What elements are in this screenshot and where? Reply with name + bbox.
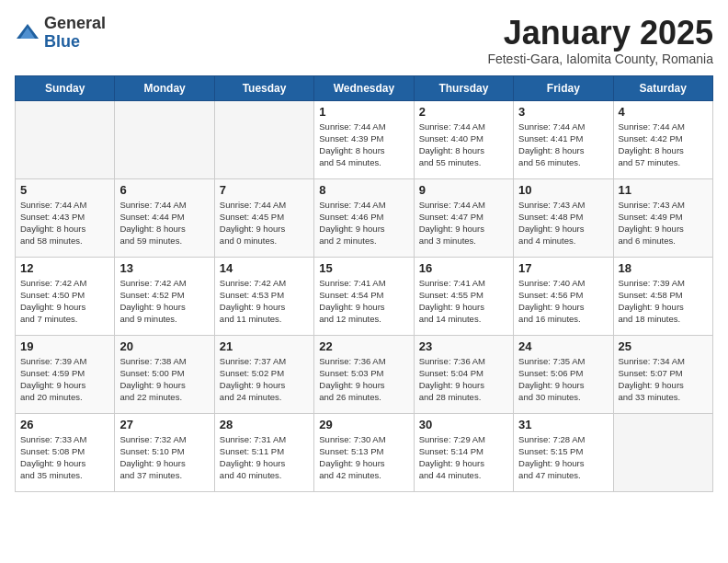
- calendar-cell: 12Sunrise: 7:42 AM Sunset: 4:50 PM Dayli…: [16, 257, 115, 335]
- calendar-cell: 25Sunrise: 7:34 AM Sunset: 5:07 PM Dayli…: [613, 335, 712, 413]
- day-info: Sunrise: 7:43 AM Sunset: 4:49 PM Dayligh…: [619, 199, 708, 247]
- day-info: Sunrise: 7:30 AM Sunset: 5:13 PM Dayligh…: [319, 433, 408, 482]
- day-number: 25: [619, 339, 708, 353]
- day-number: 8: [319, 183, 408, 197]
- day-number: 31: [518, 418, 608, 431]
- weekday-header-saturday: Saturday: [613, 75, 712, 100]
- week-row-2: 5Sunrise: 7:44 AM Sunset: 4:43 PM Daylig…: [16, 178, 713, 257]
- calendar-cell: 5Sunrise: 7:44 AM Sunset: 4:43 PM Daylig…: [16, 178, 115, 257]
- day-info: Sunrise: 7:32 AM Sunset: 5:10 PM Dayligh…: [119, 433, 209, 482]
- day-number: 16: [419, 261, 508, 275]
- calendar-cell: 18Sunrise: 7:39 AM Sunset: 4:58 PM Dayli…: [613, 257, 712, 335]
- calendar-cell: 23Sunrise: 7:36 AM Sunset: 5:04 PM Dayli…: [414, 335, 513, 413]
- day-info: Sunrise: 7:29 AM Sunset: 5:14 PM Dayligh…: [419, 433, 508, 482]
- day-info: Sunrise: 7:44 AM Sunset: 4:47 PM Dayligh…: [419, 199, 508, 247]
- day-number: 20: [119, 339, 209, 353]
- calendar-cell: 14Sunrise: 7:42 AM Sunset: 4:53 PM Dayli…: [214, 257, 313, 335]
- weekday-header-friday: Friday: [514, 75, 613, 100]
- day-info: Sunrise: 7:28 AM Sunset: 5:15 PM Dayligh…: [518, 433, 608, 482]
- title-block: January 2025 Fetesti-Gara, Ialomita Coun…: [487, 15, 713, 66]
- calendar-cell: 29Sunrise: 7:30 AM Sunset: 5:13 PM Dayli…: [314, 413, 414, 491]
- calendar-cell: [214, 100, 313, 178]
- day-number: 12: [20, 261, 109, 275]
- calendar-cell: 8Sunrise: 7:44 AM Sunset: 4:46 PM Daylig…: [314, 178, 414, 257]
- page-header: General Blue January 2025 Fetesti-Gara, …: [15, 15, 713, 66]
- day-number: 17: [518, 261, 608, 275]
- logo-icon: [15, 20, 40, 46]
- calendar-cell: 15Sunrise: 7:41 AM Sunset: 4:54 PM Dayli…: [314, 257, 414, 335]
- day-info: Sunrise: 7:39 AM Sunset: 4:58 PM Dayligh…: [619, 277, 708, 326]
- day-info: Sunrise: 7:33 AM Sunset: 5:08 PM Dayligh…: [20, 433, 109, 482]
- day-number: 1: [319, 105, 408, 119]
- day-number: 10: [518, 183, 608, 197]
- day-info: Sunrise: 7:36 AM Sunset: 5:03 PM Dayligh…: [319, 355, 408, 404]
- day-number: 9: [419, 183, 508, 197]
- day-info: Sunrise: 7:44 AM Sunset: 4:41 PM Dayligh…: [518, 121, 608, 169]
- day-number: 29: [319, 418, 408, 431]
- day-number: 11: [619, 183, 708, 197]
- day-info: Sunrise: 7:44 AM Sunset: 4:45 PM Dayligh…: [220, 199, 309, 247]
- calendar-cell: 6Sunrise: 7:44 AM Sunset: 4:44 PM Daylig…: [115, 178, 214, 257]
- week-row-3: 12Sunrise: 7:42 AM Sunset: 4:50 PM Dayli…: [16, 257, 713, 335]
- day-number: 27: [119, 418, 209, 431]
- day-number: 5: [20, 183, 109, 197]
- calendar-cell: 26Sunrise: 7:33 AM Sunset: 5:08 PM Dayli…: [16, 413, 115, 491]
- day-number: 2: [419, 105, 508, 119]
- calendar-cell: 10Sunrise: 7:43 AM Sunset: 4:48 PM Dayli…: [514, 178, 613, 257]
- day-info: Sunrise: 7:42 AM Sunset: 4:50 PM Dayligh…: [20, 277, 109, 326]
- day-info: Sunrise: 7:41 AM Sunset: 4:55 PM Dayligh…: [419, 277, 508, 326]
- weekday-header-tuesday: Tuesday: [214, 75, 313, 100]
- calendar-cell: 9Sunrise: 7:44 AM Sunset: 4:47 PM Daylig…: [414, 178, 513, 257]
- day-number: 21: [220, 339, 309, 353]
- day-info: Sunrise: 7:44 AM Sunset: 4:43 PM Dayligh…: [20, 199, 109, 247]
- day-info: Sunrise: 7:34 AM Sunset: 5:07 PM Dayligh…: [619, 355, 708, 404]
- calendar-cell: 19Sunrise: 7:39 AM Sunset: 4:59 PM Dayli…: [16, 335, 115, 413]
- calendar-cell: 3Sunrise: 7:44 AM Sunset: 4:41 PM Daylig…: [514, 100, 613, 178]
- day-number: 22: [319, 339, 408, 353]
- day-number: 28: [220, 418, 309, 431]
- day-info: Sunrise: 7:37 AM Sunset: 5:02 PM Dayligh…: [220, 355, 309, 404]
- day-number: 15: [319, 261, 408, 275]
- day-info: Sunrise: 7:31 AM Sunset: 5:11 PM Dayligh…: [220, 433, 309, 482]
- day-number: 3: [518, 105, 608, 119]
- day-info: Sunrise: 7:43 AM Sunset: 4:48 PM Dayligh…: [518, 199, 608, 247]
- day-info: Sunrise: 7:36 AM Sunset: 5:04 PM Dayligh…: [419, 355, 508, 404]
- calendar-cell: 22Sunrise: 7:36 AM Sunset: 5:03 PM Dayli…: [314, 335, 414, 413]
- day-info: Sunrise: 7:38 AM Sunset: 5:00 PM Dayligh…: [119, 355, 209, 404]
- day-info: Sunrise: 7:41 AM Sunset: 4:54 PM Dayligh…: [319, 277, 408, 326]
- calendar-cell: 21Sunrise: 7:37 AM Sunset: 5:02 PM Dayli…: [214, 335, 313, 413]
- day-info: Sunrise: 7:44 AM Sunset: 4:42 PM Dayligh…: [619, 121, 708, 169]
- logo-blue: Blue: [44, 32, 80, 51]
- calendar-cell: 27Sunrise: 7:32 AM Sunset: 5:10 PM Dayli…: [115, 413, 214, 491]
- calendar-subtitle: Fetesti-Gara, Ialomita County, Romania: [487, 52, 713, 66]
- calendar-cell: 1Sunrise: 7:44 AM Sunset: 4:39 PM Daylig…: [314, 100, 414, 178]
- weekday-header-wednesday: Wednesday: [314, 75, 414, 100]
- calendar-cell: [16, 100, 115, 178]
- calendar-cell: 17Sunrise: 7:40 AM Sunset: 4:56 PM Dayli…: [514, 257, 613, 335]
- logo-general: General: [44, 14, 106, 32]
- day-number: 24: [518, 339, 608, 353]
- week-row-5: 26Sunrise: 7:33 AM Sunset: 5:08 PM Dayli…: [16, 413, 713, 491]
- calendar-title: January 2025: [487, 15, 713, 52]
- calendar-cell: 16Sunrise: 7:41 AM Sunset: 4:55 PM Dayli…: [414, 257, 513, 335]
- calendar-cell: 31Sunrise: 7:28 AM Sunset: 5:15 PM Dayli…: [514, 413, 613, 491]
- day-info: Sunrise: 7:44 AM Sunset: 4:39 PM Dayligh…: [319, 121, 408, 169]
- weekday-header-sunday: Sunday: [16, 75, 115, 100]
- week-row-1: 1Sunrise: 7:44 AM Sunset: 4:39 PM Daylig…: [16, 100, 713, 178]
- logo: General Blue: [15, 15, 106, 52]
- weekday-header-thursday: Thursday: [414, 75, 513, 100]
- calendar-cell: 7Sunrise: 7:44 AM Sunset: 4:45 PM Daylig…: [214, 178, 313, 257]
- day-number: 13: [119, 261, 209, 275]
- day-info: Sunrise: 7:44 AM Sunset: 4:46 PM Dayligh…: [319, 199, 408, 247]
- day-number: 26: [20, 418, 109, 431]
- day-number: 18: [619, 261, 708, 275]
- day-number: 7: [220, 183, 309, 197]
- weekday-header-row: SundayMondayTuesdayWednesdayThursdayFrid…: [16, 75, 713, 100]
- day-number: 6: [119, 183, 209, 197]
- calendar-cell: 11Sunrise: 7:43 AM Sunset: 4:49 PM Dayli…: [613, 178, 712, 257]
- calendar-cell: [115, 100, 214, 178]
- calendar-cell: 4Sunrise: 7:44 AM Sunset: 4:42 PM Daylig…: [613, 100, 712, 178]
- calendar-cell: 13Sunrise: 7:42 AM Sunset: 4:52 PM Dayli…: [115, 257, 214, 335]
- calendar-table: SundayMondayTuesdayWednesdayThursdayFrid…: [15, 75, 713, 492]
- day-info: Sunrise: 7:42 AM Sunset: 4:52 PM Dayligh…: [119, 277, 209, 326]
